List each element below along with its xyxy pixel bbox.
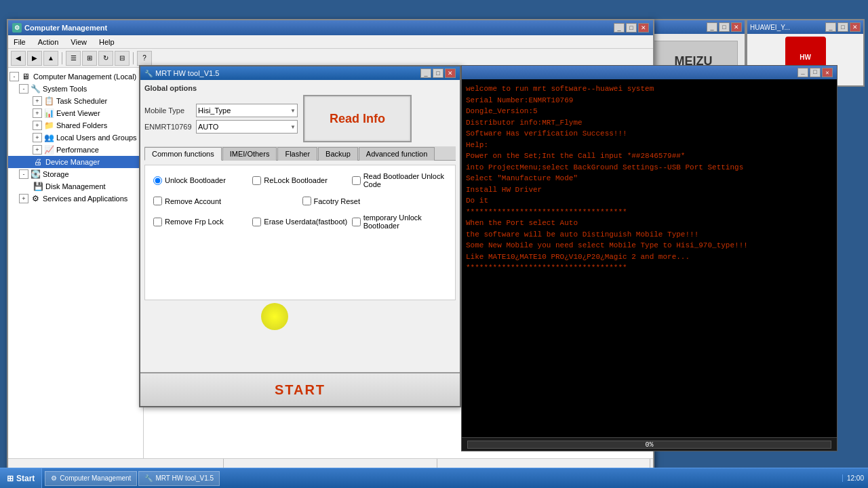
log-line: the software will be auto Distinguish Mo… (466, 229, 833, 241)
log-close-btn[interactable]: ✕ (822, 68, 833, 77)
forward-btn[interactable]: ▶ (27, 51, 42, 66)
log-window: _ □ ✕ welcome to run mrt software--huawe… (461, 65, 837, 451)
up-btn[interactable]: ▲ (43, 51, 58, 66)
mobile-type-label: Mobile Type (144, 106, 192, 115)
mrt-close-btn[interactable]: ✕ (445, 68, 456, 78)
mobile-type-dropdown[interactable]: Hisi_Type ▼ (196, 104, 298, 117)
cm-menubar: File Action View Help (8, 35, 653, 49)
shared-folders-expand-icon[interactable]: + (33, 121, 42, 130)
log-line: Do it (466, 195, 833, 207)
option-temporary-unlock-bootloader: temporary Unlock Bootloader (352, 214, 447, 230)
system-tools-icon: 🔧 (30, 83, 41, 94)
log-line: ************************************ (466, 262, 833, 274)
log-line: Help: (466, 140, 833, 151)
menu-file[interactable]: File (11, 37, 28, 47)
refresh-btn[interactable]: ↻ (98, 51, 113, 66)
tab-advanced-function[interactable]: Advanced function (359, 147, 435, 161)
sidebar-event-viewer-label: Event Viewer (56, 109, 100, 117)
mrt-maximize-btn[interactable]: □ (433, 68, 443, 78)
huawei-close-btn[interactable]: ✕ (850, 22, 861, 32)
tab-backup[interactable]: Backup (318, 147, 358, 161)
sidebar-item-disk-management[interactable]: 💾 Disk Management (8, 180, 143, 192)
help-btn[interactable]: ? (137, 51, 152, 66)
sidebar-item-root[interactable]: - 🖥 Computer Management (Local) (8, 70, 143, 83)
start-icon: ⊞ (7, 474, 14, 483)
mrt-minimize-btn[interactable]: _ (420, 68, 431, 78)
sidebar-storage-label: Storage (43, 170, 69, 178)
temporary-unlock-bootloader-checkbox[interactable] (352, 218, 361, 226)
unlock-bootloader-radio[interactable] (153, 176, 162, 185)
taskbar-item-cm[interactable]: ⚙ Computer Management (45, 471, 137, 486)
local-users-expand-icon[interactable]: + (33, 133, 42, 142)
performance-expand-icon[interactable]: + (33, 145, 42, 155)
new-window-btn[interactable]: ⊞ (82, 51, 97, 66)
mrt-main-content: Global options Mobile Type Hisi_Type ▼ E… (140, 80, 460, 304)
progress-bar: 0% (467, 441, 831, 449)
event-viewer-icon: 📊 (43, 108, 54, 119)
meizu-close-btn[interactable]: ✕ (731, 22, 742, 32)
menu-view[interactable]: View (68, 37, 90, 47)
remove-frp-lock-checkbox[interactable] (153, 218, 162, 226)
read-info-button[interactable]: Read Info (303, 95, 412, 142)
remove-account-label: Remove Account (165, 197, 221, 205)
sidebar-item-shared-folders[interactable]: + 📁 Shared Folders (8, 119, 143, 131)
option-facotry-reset: Facotry Reset (302, 197, 448, 205)
system-tools-expand-icon[interactable]: - (19, 84, 28, 94)
sidebar-item-task-scheduler[interactable]: + 📋 Task Scheduler (8, 95, 143, 107)
cm-titlebar: ⚙ Computer Management _ □ ✕ (8, 20, 653, 35)
back-btn[interactable]: ◀ (11, 51, 26, 66)
sidebar-item-system-tools[interactable]: - 🔧 System Tools (8, 83, 143, 95)
log-minimize-btn[interactable]: _ (797, 68, 808, 77)
relock-bootloader-checkbox[interactable] (252, 176, 261, 185)
show-hide-btn[interactable]: ☰ (66, 51, 81, 66)
read-bootloader-unlock-code-checkbox[interactable] (352, 176, 361, 185)
export-btn[interactable]: ⊟ (115, 51, 130, 66)
meizu-maximize-btn[interactable]: □ (719, 22, 730, 32)
progress-text: 0% (645, 441, 653, 448)
log-maximize-btn[interactable]: □ (810, 68, 821, 77)
sidebar-item-performance[interactable]: + 📈 Performance (8, 144, 143, 156)
unlock-bootloader-label: Unlock Bootloader (165, 176, 226, 184)
mobile-type-value: Hisi_Type (198, 106, 231, 115)
menu-help[interactable]: Help (96, 37, 117, 47)
cursor-indicator (261, 303, 288, 330)
services-expand-icon[interactable]: + (19, 194, 28, 203)
cm-maximize-btn[interactable]: □ (626, 23, 637, 33)
tab-common-functions[interactable]: Common functions (144, 147, 222, 161)
mrt-window: 🔧 MRT HW tool_V1.5 _ □ ✕ Global options … (139, 65, 461, 407)
facotry-reset-checkbox[interactable] (302, 197, 311, 205)
huawei-maximize-btn[interactable]: □ (837, 22, 848, 32)
local-users-icon: 👥 (43, 132, 54, 143)
cm-titlebar-left: ⚙ Computer Management (12, 23, 107, 33)
tab-imei-others[interactable]: IMEI/Others (222, 147, 277, 161)
taskbar-start-btn[interactable]: ⊞ Start (0, 468, 42, 488)
meizu-minimize-btn[interactable]: _ (707, 22, 717, 32)
storage-expand-icon[interactable]: - (19, 169, 28, 179)
device-id-dropdown[interactable]: AUTO ▼ (196, 120, 298, 134)
sidebar-device-manager-label: Device Manager (45, 158, 100, 166)
cm-close-btn[interactable]: ✕ (638, 23, 649, 33)
sidebar-item-device-manager[interactable]: 🖨 Device Manager (8, 156, 143, 168)
remove-account-checkbox[interactable] (153, 197, 162, 205)
huawei-minimize-btn[interactable]: _ (825, 22, 836, 32)
event-viewer-expand-icon[interactable]: + (33, 108, 42, 118)
start-button[interactable]: START (140, 372, 460, 406)
cm-titlebar-controls: _ □ ✕ (614, 23, 649, 33)
menu-action[interactable]: Action (35, 37, 62, 47)
tab-flasher[interactable]: Flasher (277, 147, 317, 161)
sidebar-item-local-users[interactable]: + 👥 Local Users and Groups (8, 131, 143, 144)
cm-minimize-btn[interactable]: _ (614, 23, 625, 33)
disk-management-icon: 💾 (33, 181, 43, 192)
taskbar-item-mrt[interactable]: 🔧 MRT HW tool_V1.5 (138, 471, 220, 486)
computer-icon: 🖥 (20, 71, 31, 82)
sidebar-item-storage[interactable]: - 💽 Storage (8, 168, 143, 180)
task-scheduler-expand-icon[interactable]: + (33, 96, 42, 106)
mrt-dropdowns: Mobile Type Hisi_Type ▼ ENMRT10769 AUTO … (144, 104, 298, 134)
root-expand-icon[interactable]: - (9, 72, 19, 81)
sidebar-shared-folders-label: Shared Folders (56, 121, 107, 129)
sidebar-item-event-viewer[interactable]: + 📊 Event Viewer (8, 107, 143, 119)
sidebar-item-services[interactable]: + ⚙ Services and Applications (8, 192, 143, 205)
log-line: Power on the Set;Int the Call input *##2… (466, 150, 833, 162)
sidebar-performance-label: Performance (56, 146, 99, 154)
erase-userdata-checkbox[interactable] (252, 218, 261, 226)
